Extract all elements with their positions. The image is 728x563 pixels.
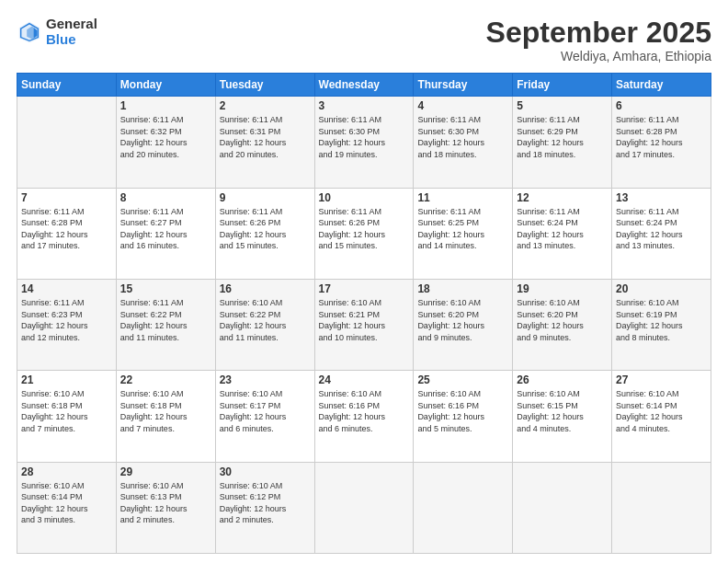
day-number: 1 [120, 99, 211, 112]
day-info: Sunrise: 6:10 AM Sunset: 6:19 PM Dayligh… [616, 297, 707, 343]
logo: General Blue [17, 17, 97, 47]
day-info: Sunrise: 6:10 AM Sunset: 6:17 PM Dayligh… [220, 388, 311, 434]
table-row: 27Sunrise: 6:10 AM Sunset: 6:14 PM Dayli… [612, 371, 711, 462]
table-row: 4Sunrise: 6:11 AM Sunset: 6:30 PM Daylig… [414, 97, 513, 188]
day-number: 20 [616, 282, 707, 295]
day-info: Sunrise: 6:10 AM Sunset: 6:21 PM Dayligh… [319, 297, 410, 343]
day-info: Sunrise: 6:11 AM Sunset: 6:28 PM Dayligh… [21, 206, 112, 252]
col-tuesday: Tuesday [215, 74, 314, 97]
day-number: 22 [120, 373, 211, 386]
day-number: 29 [120, 465, 211, 478]
table-row: 10Sunrise: 6:11 AM Sunset: 6:26 PM Dayli… [314, 188, 414, 279]
table-row: 19Sunrise: 6:10 AM Sunset: 6:20 PM Dayli… [513, 279, 612, 370]
day-info: Sunrise: 6:10 AM Sunset: 6:20 PM Dayligh… [417, 297, 508, 343]
table-row [17, 97, 117, 188]
col-wednesday: Wednesday [314, 74, 414, 97]
table-row [612, 462, 711, 553]
table-row: 8Sunrise: 6:11 AM Sunset: 6:27 PM Daylig… [116, 188, 215, 279]
table-row: 21Sunrise: 6:10 AM Sunset: 6:18 PM Dayli… [17, 371, 117, 462]
day-number: 2 [220, 99, 311, 112]
day-number: 13 [616, 191, 707, 204]
day-number: 18 [417, 282, 508, 295]
table-row: 30Sunrise: 6:10 AM Sunset: 6:12 PM Dayli… [215, 462, 314, 553]
logo-text: General Blue [46, 17, 97, 47]
day-info: Sunrise: 6:11 AM Sunset: 6:30 PM Dayligh… [417, 114, 508, 160]
title-block: September 2025 Weldiya, Amhara, Ethiopia [486, 17, 711, 63]
logo-icon [17, 19, 42, 45]
month-title: September 2025 [486, 17, 711, 49]
day-info: Sunrise: 6:10 AM Sunset: 6:16 PM Dayligh… [319, 388, 410, 434]
day-info: Sunrise: 6:11 AM Sunset: 6:26 PM Dayligh… [319, 206, 410, 252]
day-number: 24 [319, 373, 410, 386]
table-row: 23Sunrise: 6:10 AM Sunset: 6:17 PM Dayli… [215, 371, 314, 462]
day-number: 21 [21, 373, 112, 386]
table-row: 24Sunrise: 6:10 AM Sunset: 6:16 PM Dayli… [314, 371, 414, 462]
table-row: 25Sunrise: 6:10 AM Sunset: 6:16 PM Dayli… [414, 371, 513, 462]
day-info: Sunrise: 6:11 AM Sunset: 6:27 PM Dayligh… [120, 206, 211, 252]
day-number: 7 [21, 191, 112, 204]
header: General Blue September 2025 Weldiya, Amh… [17, 17, 711, 63]
day-info: Sunrise: 6:11 AM Sunset: 6:22 PM Dayligh… [120, 297, 211, 343]
calendar-week-row: 14Sunrise: 6:11 AM Sunset: 6:23 PM Dayli… [17, 279, 711, 370]
day-number: 3 [319, 99, 410, 112]
table-row: 17Sunrise: 6:10 AM Sunset: 6:21 PM Dayli… [314, 279, 414, 370]
table-row [314, 462, 414, 553]
col-thursday: Thursday [414, 74, 513, 97]
day-info: Sunrise: 6:10 AM Sunset: 6:14 PM Dayligh… [616, 388, 707, 434]
day-info: Sunrise: 6:10 AM Sunset: 6:13 PM Dayligh… [120, 480, 211, 526]
table-row: 1Sunrise: 6:11 AM Sunset: 6:32 PM Daylig… [116, 97, 215, 188]
table-row: 22Sunrise: 6:10 AM Sunset: 6:18 PM Dayli… [116, 371, 215, 462]
table-row: 3Sunrise: 6:11 AM Sunset: 6:30 PM Daylig… [314, 97, 414, 188]
day-info: Sunrise: 6:10 AM Sunset: 6:20 PM Dayligh… [517, 297, 608, 343]
calendar-week-row: 1Sunrise: 6:11 AM Sunset: 6:32 PM Daylig… [17, 97, 711, 188]
day-number: 11 [417, 191, 508, 204]
day-info: Sunrise: 6:11 AM Sunset: 6:30 PM Dayligh… [319, 114, 410, 160]
day-number: 28 [21, 465, 112, 478]
day-info: Sunrise: 6:11 AM Sunset: 6:25 PM Dayligh… [417, 206, 508, 252]
day-info: Sunrise: 6:11 AM Sunset: 6:31 PM Dayligh… [220, 114, 311, 160]
day-info: Sunrise: 6:10 AM Sunset: 6:18 PM Dayligh… [120, 388, 211, 434]
table-row: 13Sunrise: 6:11 AM Sunset: 6:24 PM Dayli… [612, 188, 711, 279]
table-row: 28Sunrise: 6:10 AM Sunset: 6:14 PM Dayli… [17, 462, 117, 553]
table-row: 14Sunrise: 6:11 AM Sunset: 6:23 PM Dayli… [17, 279, 117, 370]
table-row: 6Sunrise: 6:11 AM Sunset: 6:28 PM Daylig… [612, 97, 711, 188]
logo-general: General [46, 17, 97, 32]
day-info: Sunrise: 6:11 AM Sunset: 6:32 PM Dayligh… [120, 114, 211, 160]
table-row: 11Sunrise: 6:11 AM Sunset: 6:25 PM Dayli… [414, 188, 513, 279]
day-info: Sunrise: 6:11 AM Sunset: 6:24 PM Dayligh… [517, 206, 608, 252]
day-info: Sunrise: 6:11 AM Sunset: 6:29 PM Dayligh… [517, 114, 608, 160]
day-info: Sunrise: 6:11 AM Sunset: 6:26 PM Dayligh… [220, 206, 311, 252]
table-row: 18Sunrise: 6:10 AM Sunset: 6:20 PM Dayli… [414, 279, 513, 370]
table-row: 26Sunrise: 6:10 AM Sunset: 6:15 PM Dayli… [513, 371, 612, 462]
day-info: Sunrise: 6:11 AM Sunset: 6:23 PM Dayligh… [21, 297, 112, 343]
day-number: 8 [120, 191, 211, 204]
table-row: 12Sunrise: 6:11 AM Sunset: 6:24 PM Dayli… [513, 188, 612, 279]
col-friday: Friday [513, 74, 612, 97]
col-saturday: Saturday [612, 74, 711, 97]
calendar-table: Sunday Monday Tuesday Wednesday Thursday… [17, 73, 711, 554]
col-sunday: Sunday [17, 74, 117, 97]
day-info: Sunrise: 6:10 AM Sunset: 6:16 PM Dayligh… [417, 388, 508, 434]
table-row: 16Sunrise: 6:10 AM Sunset: 6:22 PM Dayli… [215, 279, 314, 370]
page: General Blue September 2025 Weldiya, Amh… [0, 0, 728, 563]
table-row: 15Sunrise: 6:11 AM Sunset: 6:22 PM Dayli… [116, 279, 215, 370]
day-info: Sunrise: 6:10 AM Sunset: 6:14 PM Dayligh… [21, 480, 112, 526]
table-row: 5Sunrise: 6:11 AM Sunset: 6:29 PM Daylig… [513, 97, 612, 188]
table-row [513, 462, 612, 553]
day-number: 6 [616, 99, 707, 112]
day-number: 4 [417, 99, 508, 112]
table-row: 7Sunrise: 6:11 AM Sunset: 6:28 PM Daylig… [17, 188, 117, 279]
table-row: 20Sunrise: 6:10 AM Sunset: 6:19 PM Dayli… [612, 279, 711, 370]
day-info: Sunrise: 6:10 AM Sunset: 6:22 PM Dayligh… [220, 297, 311, 343]
day-number: 9 [220, 191, 311, 204]
day-number: 27 [616, 373, 707, 386]
logo-blue: Blue [46, 32, 97, 48]
day-number: 12 [517, 191, 608, 204]
calendar-header-row: Sunday Monday Tuesday Wednesday Thursday… [17, 74, 711, 97]
day-number: 17 [319, 282, 410, 295]
day-number: 10 [319, 191, 410, 204]
day-number: 15 [120, 282, 211, 295]
col-monday: Monday [116, 74, 215, 97]
day-info: Sunrise: 6:10 AM Sunset: 6:18 PM Dayligh… [21, 388, 112, 434]
day-number: 26 [517, 373, 608, 386]
